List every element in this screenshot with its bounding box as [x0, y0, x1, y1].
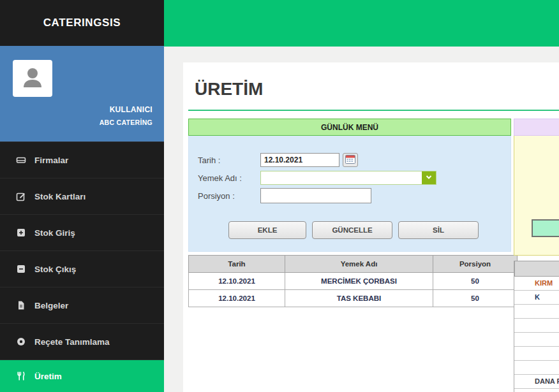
recipe-row[interactable] [514, 361, 559, 375]
table-header-row: TarihYemek AdıPorsiyon [189, 256, 518, 273]
portion-input[interactable] [260, 188, 371, 203]
add-button[interactable]: EKLE [228, 221, 306, 239]
daily-menu-section: GÜNLÜK MENÜ Tarih : [188, 119, 511, 307]
date-row: Tarih : [198, 152, 511, 168]
edit-icon [15, 191, 26, 201]
recipe-row[interactable] [514, 319, 559, 333]
person-icon [20, 64, 45, 92]
food-select-arrow-button[interactable] [422, 171, 436, 184]
daily-menu-header: GÜNLÜK MENÜ [188, 119, 511, 136]
sidebar-item--retim[interactable]: Üretim [0, 359, 164, 392]
page-title: ÜRETİM [195, 79, 559, 99]
hdd-icon [15, 155, 26, 165]
delete-button[interactable]: SİL [398, 221, 479, 239]
title-divider [188, 110, 559, 111]
sidebar-item-label: Belgeler [34, 301, 68, 310]
update-button[interactable]: GÜNCELLE [312, 221, 392, 239]
content-row: GÜNLÜK MENÜ Tarih : [188, 119, 559, 392]
sidebar-item-label: Üretim [34, 372, 62, 381]
user-role: KULLANICI [100, 105, 153, 114]
recipe-row[interactable]: K [514, 291, 559, 305]
table-row[interactable]: 12.10.2021TAS KEBABI50 [189, 290, 518, 307]
portion-label: Porsiyon : [198, 191, 260, 201]
column-header: Tarih [189, 256, 285, 273]
action-buttons: EKLE GÜNCELLE SİL [228, 221, 511, 239]
sidebar-item-label: Stok Giriş [34, 228, 75, 238]
sidebar-menu: FirmalarStok KartlarıStok GirişStok Çıkı… [0, 142, 164, 392]
cutlery-icon [15, 371, 26, 381]
portion-row: Porsiyon : [198, 188, 511, 203]
sidebar-item-re-ete-tan-mlama[interactable]: Reçete Tanımlama [0, 323, 164, 359]
table-cell: TAS KEBABI [285, 290, 433, 307]
recipe-row[interactable]: KIRM [514, 277, 559, 291]
recipe-row[interactable] [514, 305, 559, 319]
food-select[interactable] [260, 171, 436, 185]
calendar-icon [345, 155, 355, 166]
user-panel: KULLANICI ABC CATERİNG [0, 46, 164, 142]
sidebar-item-stok-k-[interactable]: Stok Çıkış [0, 250, 164, 287]
sidebar-item-label: Reçete Tanımlama [34, 337, 110, 347]
sidebar-item-belgeler[interactable]: Belgeler [0, 287, 164, 323]
daily-menu-table: TarihYemek AdıPorsiyon 12.10.2021MERCİME… [188, 255, 518, 307]
sidebar-item-label: Stok Kartları [34, 192, 86, 201]
recipe-row[interactable]: DANA ROS [514, 375, 559, 389]
avatar [13, 60, 52, 97]
dot-circle-icon [15, 337, 26, 347]
chevron-down-icon [425, 173, 433, 183]
app-title: CATERINGSIS [0, 0, 164, 46]
sidebar-item-label: Stok Çıkış [34, 265, 76, 274]
table-cell: 50 [433, 273, 518, 290]
recipe-row[interactable] [514, 347, 559, 361]
recipe-row[interactable] [514, 389, 559, 392]
recipe-panel-header [514, 119, 559, 136]
calendar-button[interactable] [343, 153, 358, 167]
table-row[interactable]: 12.10.2021MERCİMEK ÇORBASI50 [189, 273, 518, 290]
user-info: KULLANICI ABC CATERİNG [100, 105, 153, 126]
recipe-section: KIRMKDANA ROS [514, 119, 559, 392]
recipe-row[interactable] [514, 333, 559, 347]
recipe-table: KIRMKDANA ROS [514, 261, 559, 392]
sidebar: CATERINGSIS KULLANICI ABC CATERİNG Firma… [0, 0, 164, 392]
sidebar-item-firmalar[interactable]: Firmalar [0, 142, 164, 178]
food-label: Yemek Adı : [198, 173, 260, 183]
recipe-action-button[interactable] [532, 219, 559, 237]
table-cell: 12.10.2021 [189, 290, 285, 307]
food-row: Yemek Adı : [198, 170, 511, 185]
sidebar-item-stok-giri-[interactable]: Stok Giriş [0, 214, 164, 250]
minus-square-icon [15, 264, 26, 274]
date-label: Tarih : [198, 156, 260, 165]
document-icon [15, 300, 26, 310]
table-cell: 50 [433, 290, 518, 307]
user-company: ABC CATERİNG [100, 119, 153, 126]
recipe-panel-body [514, 136, 559, 256]
column-header: Yemek Adı [285, 256, 433, 273]
plus-square-icon [15, 228, 26, 238]
table-cell: MERCİMEK ÇORBASI [285, 273, 433, 290]
column-header: Porsiyon [433, 256, 518, 273]
sidebar-item-label: Firmalar [34, 156, 68, 165]
daily-menu-form: Tarih : [188, 136, 511, 252]
top-bar [164, 0, 559, 47]
recipe-table-header [514, 261, 559, 277]
sidebar-item-stok-kartlar-[interactable]: Stok Kartları [0, 178, 164, 214]
date-input[interactable] [260, 153, 339, 167]
main-card: ÜRETİM GÜNLÜK MENÜ Tarih : [183, 62, 559, 392]
table-cell: 12.10.2021 [189, 273, 285, 290]
